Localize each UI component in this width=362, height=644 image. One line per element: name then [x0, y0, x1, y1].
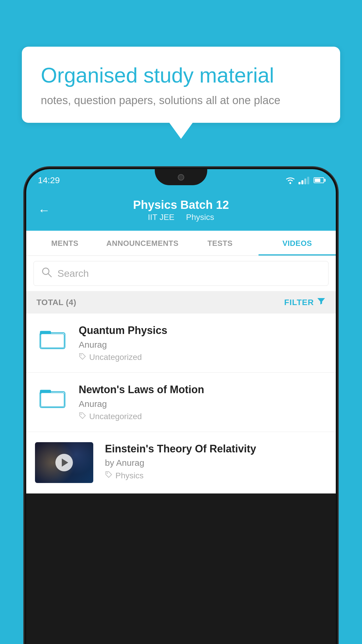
tab-videos[interactable]: VIDEOS — [259, 231, 336, 256]
video-title: Einstein's Theory Of Relativity — [105, 442, 327, 456]
video-thumbnail-newton — [35, 383, 70, 412]
header-subtitle-part2: Physics — [186, 213, 214, 222]
video-title: Newton's Laws of Motion — [79, 383, 327, 397]
svg-point-0 — [289, 182, 291, 184]
video-info-einstein: Einstein's Theory Of Relativity by Anura… — [102, 442, 327, 481]
video-author: Anurag — [79, 399, 327, 409]
video-info-quantum: Quantum Physics Anurag Uncategorized — [79, 324, 327, 362]
list-item[interactable]: Einstein's Theory Of Relativity by Anura… — [26, 432, 336, 494]
speech-bubble-arrow — [169, 123, 193, 139]
video-info-newton: Newton's Laws of Motion Anurag Uncategor… — [79, 383, 327, 421]
signal-bars-icon — [298, 176, 309, 184]
search-bar[interactable]: Search — [34, 261, 328, 286]
speech-bubble-subtitle: notes, question papers, solutions all at… — [41, 94, 321, 107]
video-list: Quantum Physics Anurag Uncategorized — [26, 314, 336, 494]
speech-bubble-section: Organised study material notes, question… — [22, 47, 340, 139]
camera-dot — [178, 174, 184, 181]
content-area: Search TOTAL (4) FILTER — [26, 256, 336, 494]
search-icon — [41, 267, 52, 280]
filter-button[interactable]: FILTER — [284, 297, 326, 308]
status-bar: 14:29 — [26, 169, 336, 191]
svg-rect-5 — [41, 334, 64, 348]
filter-bar: TOTAL (4) FILTER — [26, 291, 336, 314]
speech-bubble-title: Organised study material — [41, 63, 321, 88]
header-subtitle-part1: IIT JEE — [148, 213, 174, 222]
video-tag-label: Uncategorized — [89, 412, 142, 421]
list-item[interactable]: Quantum Physics Anurag Uncategorized — [26, 314, 336, 373]
phone-frame: 14:29 ← — [26, 169, 336, 644]
search-container: Search — [26, 256, 336, 291]
status-time: 14:29 — [38, 175, 60, 185]
list-item[interactable]: Newton's Laws of Motion Anurag Uncategor… — [26, 373, 336, 432]
header-subtitle: IIT JEE Physics — [59, 213, 303, 222]
back-button[interactable]: ← — [38, 203, 50, 217]
svg-point-10 — [80, 414, 82, 415]
total-count-label: TOTAL (4) — [36, 298, 76, 307]
app-header: ← Physics Batch 12 IIT JEE Physics — [26, 191, 336, 231]
folder-icon — [39, 385, 66, 410]
filter-funnel-icon — [317, 297, 326, 308]
svg-rect-9 — [41, 393, 64, 407]
video-thumbnail-quantum — [35, 324, 70, 353]
tag-icon — [79, 412, 86, 421]
video-author: by Anurag — [105, 458, 327, 468]
video-tag-label: Uncategorized — [89, 353, 142, 362]
svg-line-2 — [48, 274, 51, 277]
video-title: Quantum Physics — [79, 324, 327, 337]
search-input-placeholder[interactable]: Search — [57, 268, 89, 279]
tag-icon — [105, 471, 113, 480]
video-thumbnail-einstein — [35, 442, 93, 483]
tab-announcements[interactable]: ANNOUNCEMENTS — [103, 231, 182, 256]
tag-icon — [79, 353, 86, 362]
battery-icon — [314, 177, 324, 183]
play-button[interactable] — [55, 454, 73, 471]
header-title-group: Physics Batch 12 IIT JEE Physics — [59, 198, 303, 222]
video-tag: Physics — [105, 471, 327, 480]
video-author: Anurag — [79, 340, 327, 350]
filter-label: FILTER — [284, 298, 314, 307]
phone-notch — [155, 169, 207, 185]
folder-icon — [39, 326, 66, 351]
tab-ments[interactable]: MENTS — [26, 231, 103, 256]
speech-bubble: Organised study material notes, question… — [22, 47, 340, 123]
svg-point-6 — [80, 354, 82, 356]
status-icons — [285, 176, 324, 184]
video-tag-label: Physics — [115, 471, 143, 480]
video-tag: Uncategorized — [79, 353, 327, 362]
tab-tests[interactable]: TESTS — [181, 231, 259, 256]
tabs-bar: MENTS ANNOUNCEMENTS TESTS VIDEOS — [26, 231, 336, 256]
play-triangle-icon — [62, 459, 68, 467]
video-tag: Uncategorized — [79, 412, 327, 421]
header-title: Physics Batch 12 — [59, 198, 303, 211]
wifi-icon — [285, 176, 296, 184]
svg-point-11 — [107, 473, 108, 474]
